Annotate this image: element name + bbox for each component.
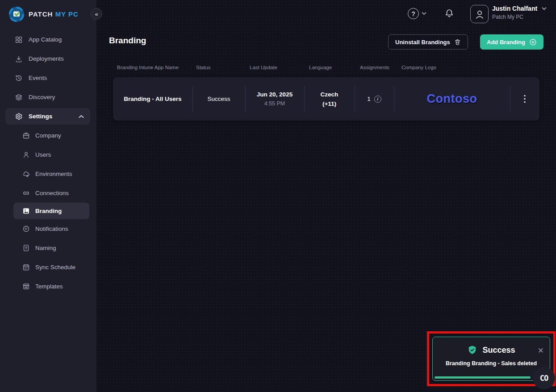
message-circle-icon — [22, 225, 30, 233]
brand-name: PATCH MY PC — [29, 10, 79, 18]
document-text-icon — [22, 244, 30, 252]
chevron-down-icon — [542, 7, 547, 10]
sidebar-item-label: Sync Schedule — [35, 264, 75, 271]
sidebar-item-label: Deployments — [29, 55, 64, 62]
calendar-icon — [22, 263, 30, 271]
top-bar: ? Justin Chalfant Patch My PC — [96, 0, 556, 28]
sidebar-item-label: Notifications — [35, 225, 68, 232]
trash-icon — [454, 38, 461, 46]
cell-assignments: 1 i — [355, 77, 394, 121]
sidebar-item-label: App Catalog — [29, 36, 62, 43]
add-branding-button[interactable]: Add Branding — [480, 34, 543, 50]
sidebar-item-settings[interactable]: Settings — [5, 108, 90, 125]
sidebar-item-sync-schedule[interactable]: Sync Schedule — [0, 258, 96, 277]
grid-icon — [14, 35, 23, 44]
uninstall-brandings-button[interactable]: Uninstall Brandings — [388, 34, 468, 50]
cell-last-update: Jun 20, 2025 4:55 PM — [245, 77, 304, 121]
history-icon — [14, 74, 23, 82]
app-window: PATCH MY PC App Catalog Deployments — [0, 0, 556, 392]
cell-row-actions — [510, 77, 539, 121]
sidebar-item-label: Naming — [35, 245, 56, 251]
chevron-up-icon — [79, 115, 84, 118]
chevron-down-icon — [422, 12, 426, 15]
user-organization: Patch My PC — [492, 14, 547, 20]
help-icon: ? — [408, 8, 419, 19]
sidebar-item-environments[interactable]: Environments — [0, 164, 96, 183]
status-text: Success — [207, 96, 230, 102]
sidebar-item-app-catalog[interactable]: App Catalog — [0, 30, 96, 49]
sidebar-item-label: Templates — [35, 283, 63, 290]
link-icon — [22, 189, 30, 197]
toast-title: Success — [482, 346, 515, 355]
sidebar-item-templates[interactable]: Templates — [0, 277, 96, 296]
cell-language: Czech (+11) — [304, 77, 355, 121]
briefcase-icon — [22, 132, 30, 140]
company-logo-image: Contoso — [427, 92, 477, 106]
sidebar-item-notifications[interactable]: Notifications — [0, 219, 96, 238]
sidebar-item-company[interactable]: Company — [0, 126, 96, 145]
sidebar-item-discovery[interactable]: Discovery — [0, 88, 96, 107]
sidebar-item-users[interactable]: Users — [0, 145, 96, 164]
page-title: Branding — [109, 36, 146, 46]
language-name: Czech — [321, 91, 339, 98]
brand-logo[interactable]: PATCH MY PC — [0, 0, 96, 28]
sidebar-item-label: Events — [29, 75, 47, 81]
uninstall-brandings-label: Uninstall Brandings — [395, 39, 450, 46]
sidebar-item-events[interactable]: Events — [0, 68, 96, 88]
success-toast: Success ✕ Branding Branding - Sales dele… — [432, 337, 550, 381]
sidebar-item-label: Environments — [35, 171, 72, 177]
sidebar-item-label: Users — [35, 151, 51, 158]
column-header-branding-name: Branding Intune App Name — [117, 65, 179, 70]
column-header-language: Language — [309, 65, 332, 70]
toast-progress-bar — [435, 376, 531, 379]
column-header-assignments: Assignments — [360, 65, 389, 70]
image-icon — [22, 207, 30, 215]
sidebar-item-connections[interactable]: Connections — [0, 183, 96, 203]
cloud-gear-icon — [22, 170, 30, 178]
sidebar-item-label: Branding — [35, 208, 62, 214]
kebab-menu-icon[interactable] — [521, 92, 528, 106]
patch-my-pc-logo-icon — [9, 7, 24, 22]
info-icon[interactable]: i — [374, 96, 381, 103]
cell-status: Success — [192, 77, 245, 121]
sidebar-item-branding[interactable]: Branding — [13, 203, 89, 219]
shield-check-icon — [467, 345, 477, 355]
toast-close-icon[interactable]: ✕ — [538, 347, 544, 354]
language-more: (+11) — [322, 100, 336, 107]
sidebar-nav: App Catalog Deployments Events — [0, 30, 96, 296]
last-update-time: 4:55 PM — [264, 100, 285, 107]
gear-icon — [14, 112, 23, 121]
toast-message: Branding Branding - Sales deleted — [433, 360, 550, 367]
cookie-widget-label: CO — [540, 374, 548, 383]
sidebar: PATCH MY PC App Catalog Deployments — [0, 0, 96, 392]
user-menu[interactable]: Justin Chalfant Patch My PC — [492, 5, 547, 20]
last-update-date: Jun 20, 2025 — [257, 91, 293, 98]
table-row[interactable]: Branding - All Users Success Jun 20, 202… — [113, 77, 539, 121]
column-header-last-update: Last Update — [250, 65, 277, 70]
layers-icon — [14, 93, 23, 101]
column-header-status: Status — [196, 65, 211, 70]
sidebar-collapse-button[interactable]: « — [91, 8, 102, 20]
sidebar-item-label: Discovery — [29, 94, 55, 100]
cookie-consent-widget[interactable]: CO — [533, 367, 555, 389]
cell-company-logo: Contoso — [394, 77, 510, 121]
column-header-company-logo: Company Logo — [401, 65, 436, 70]
sidebar-item-label: Settings — [29, 113, 52, 120]
templates-icon — [22, 283, 30, 291]
plus-circle-icon — [529, 38, 537, 46]
cell-branding-name: Branding - All Users — [113, 77, 192, 121]
download-icon — [14, 54, 23, 63]
assignments-count: 1 — [367, 96, 371, 102]
help-menu[interactable]: ? — [408, 8, 426, 19]
user-name: Justin Chalfant — [492, 5, 537, 12]
user-avatar[interactable] — [470, 5, 489, 23]
user-icon — [22, 151, 30, 159]
sidebar-item-label: Connections — [35, 190, 69, 196]
add-branding-label: Add Branding — [487, 39, 525, 46]
notifications-bell-icon[interactable] — [444, 8, 456, 20]
sidebar-item-label: Company — [35, 132, 61, 139]
collapse-icon: « — [95, 11, 98, 17]
sidebar-item-deployments[interactable]: Deployments — [0, 49, 96, 68]
sidebar-item-naming[interactable]: Naming — [0, 238, 96, 258]
